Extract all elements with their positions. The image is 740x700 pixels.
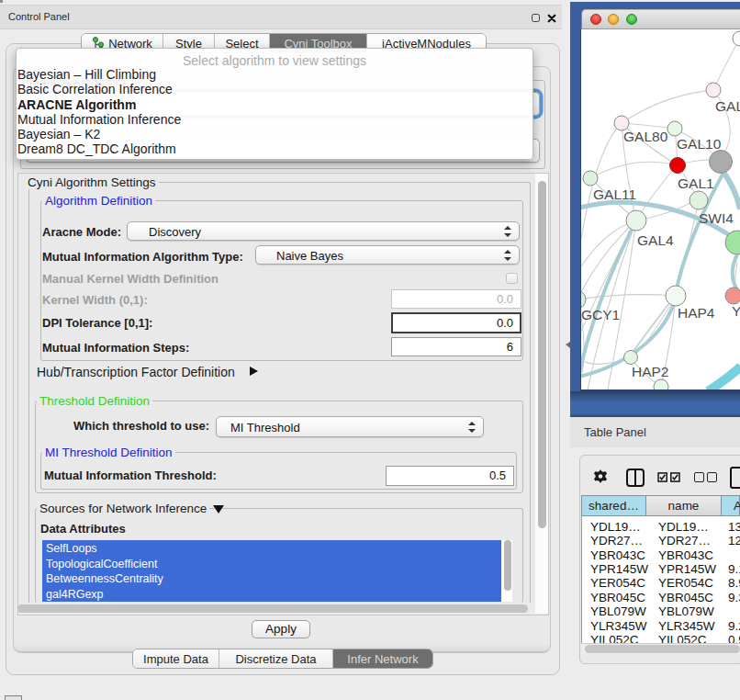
svg-text:HAP2: HAP2 — [632, 364, 669, 379]
svg-text:GAL10: GAL10 — [677, 136, 722, 152]
svg-text:GAL80: GAL80 — [623, 129, 668, 144]
svg-text:HAP4: HAP4 — [678, 305, 715, 321]
svg-text:GAL11: GAL11 — [593, 186, 636, 202]
svg-text:SWI4: SWI4 — [699, 210, 734, 226]
svg-text:GAL4: GAL4 — [637, 232, 674, 248]
svg-text:GAL1: GAL1 — [678, 175, 714, 191]
svg-text:GCY1: GCY1 — [581, 307, 620, 322]
svg-text:YM: YM — [732, 303, 740, 319]
svg-text:GAL7: GAL7 — [715, 98, 740, 114]
